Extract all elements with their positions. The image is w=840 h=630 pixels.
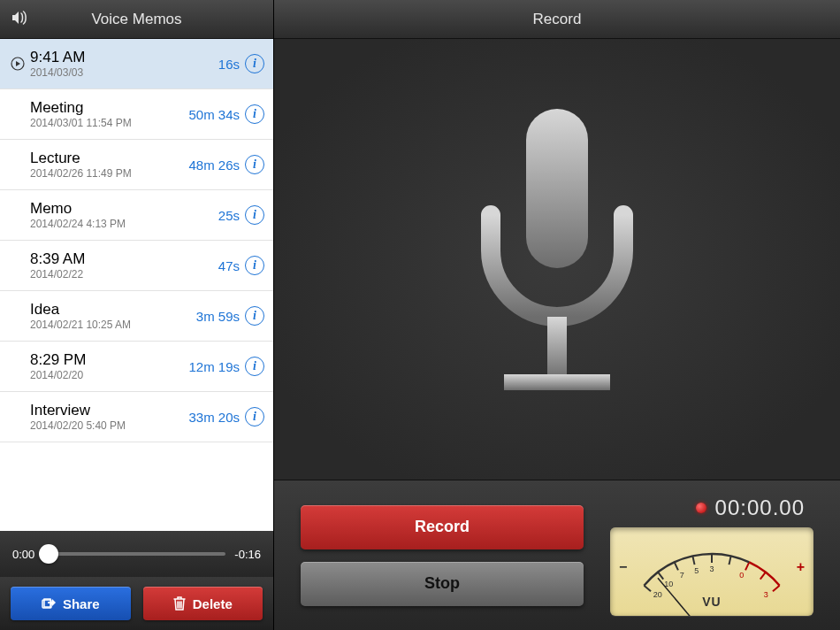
memo-title: 8:29 PM: [30, 351, 188, 369]
vu-label: VU: [702, 595, 721, 609]
svg-line-5: [644, 585, 651, 590]
memo-text: 8:39 AM2014/02/22: [27, 250, 218, 281]
microphone-area: [274, 39, 840, 480]
memo-text: 8:29 PM2014/02/20: [27, 351, 188, 382]
svg-text:20: 20: [653, 589, 662, 598]
info-button[interactable]: i: [245, 306, 264, 326]
memo-title: Memo: [30, 200, 218, 218]
playback-thumb[interactable]: [39, 544, 58, 564]
delete-button[interactable]: Delete: [143, 587, 263, 620]
recording-indicator-icon: [696, 503, 706, 513]
svg-rect-3: [547, 317, 567, 379]
memo-date: 2014/02/22: [30, 268, 218, 280]
svg-text:3: 3: [709, 565, 714, 573]
svg-line-11: [692, 556, 694, 565]
playback-remaining: -0:16: [234, 548, 261, 561]
info-button[interactable]: i: [245, 54, 264, 73]
svg-text:3: 3: [764, 589, 768, 598]
playback-elapsed: 0:00: [12, 548, 34, 561]
memo-row[interactable]: 9:41 AM2014/03/0316si: [0, 39, 273, 89]
memo-title: Idea: [30, 301, 196, 319]
info-button[interactable]: i: [245, 357, 264, 376]
svg-line-9: [675, 562, 678, 570]
memo-text: 9:41 AM2014/03/03: [27, 49, 218, 80]
memo-date: 2014/03/03: [30, 66, 218, 79]
memo-duration: 12m 19s: [188, 359, 240, 374]
svg-line-15: [729, 556, 730, 565]
playback-bar: 0:00 -0:16: [0, 531, 273, 577]
memo-duration: 33m 20s: [188, 410, 240, 425]
playback-slider[interactable]: [43, 552, 225, 556]
info-button[interactable]: i: [245, 104, 264, 124]
svg-rect-2: [526, 109, 588, 268]
memo-row[interactable]: Memo2014/02/24 4:13 PM25si: [0, 190, 273, 241]
share-label: Share: [63, 596, 100, 611]
info-button[interactable]: i: [245, 155, 264, 174]
svg-rect-4: [504, 374, 610, 390]
meter-area: 00:00.00 201075303 − + VU: [610, 496, 813, 616]
memo-duration: 16s: [218, 57, 240, 72]
memo-text: Idea2014/02/21 10:25 AM: [27, 301, 196, 332]
memo-date: 2014/02/20: [30, 369, 188, 381]
sidebar-actions: Share Delete: [0, 577, 273, 630]
memo-date: 2014/02/21 10:25 AM: [30, 319, 196, 331]
memo-date: 2014/02/24 4:13 PM: [30, 218, 218, 230]
memo-title: Interview: [30, 402, 188, 419]
memo-row[interactable]: Interview2014/02/20 5:40 PM33m 20si: [0, 392, 273, 442]
memo-text: Interview2014/02/20 5:40 PM: [27, 402, 188, 433]
memo-text: Meeting2014/03/01 11:54 PM: [27, 99, 188, 130]
control-buttons: Record Stop: [301, 505, 584, 606]
speaker-icon[interactable]: [11, 10, 30, 29]
memo-row[interactable]: Meeting2014/03/01 11:54 PM50m 34si: [0, 89, 273, 140]
microphone-icon: [442, 100, 672, 419]
memo-list[interactable]: 9:41 AM2014/03/0316siMeeting2014/03/01 1…: [0, 39, 273, 531]
trash-icon: [173, 596, 186, 611]
vu-plus: +: [797, 559, 805, 575]
memo-date: 2014/03/01 11:54 PM: [30, 117, 188, 129]
svg-line-19: [773, 585, 780, 590]
play-indicator-icon: [9, 57, 27, 71]
timer: 00:00.00: [715, 496, 805, 520]
memo-duration: 25s: [218, 208, 240, 223]
timer-row: 00:00.00: [696, 496, 813, 520]
record-button[interactable]: Record: [301, 505, 584, 549]
main-header: Record: [274, 0, 840, 39]
memo-title: Lecture: [30, 150, 188, 167]
sidebar: Voice Memos 9:41 AM2014/03/0316siMeeting…: [0, 0, 273, 630]
delete-label: Delete: [193, 596, 233, 611]
memo-duration: 47s: [218, 258, 240, 273]
memo-duration: 48m 26s: [188, 158, 240, 173]
svg-line-18: [760, 572, 766, 579]
memo-date: 2014/02/20 5:40 PM: [30, 419, 188, 432]
sidebar-title: Voice Memos: [91, 11, 181, 28]
memo-row[interactable]: Idea2014/02/21 10:25 AM3m 59si: [0, 291, 273, 342]
memo-title: 8:39 AM: [30, 250, 218, 268]
svg-text:7: 7: [680, 571, 684, 580]
info-button[interactable]: i: [245, 407, 264, 426]
vu-meter: 201075303 − + VU: [610, 527, 813, 616]
svg-text:5: 5: [694, 565, 699, 574]
main-title: Record: [533, 11, 582, 28]
memo-text: Lecture2014/02/26 11:49 PM: [27, 150, 188, 181]
memo-row[interactable]: 8:39 AM2014/02/2247si: [0, 241, 273, 291]
vu-minus: −: [619, 559, 627, 575]
memo-text: Memo2014/02/24 4:13 PM: [27, 200, 218, 231]
info-button[interactable]: i: [245, 256, 264, 275]
share-icon: [42, 597, 56, 610]
svg-line-16: [745, 562, 749, 570]
main-panel: Record Record Stop: [273, 0, 840, 630]
memo-row[interactable]: 8:29 PM2014/02/2012m 19si: [0, 342, 273, 392]
svg-text:0: 0: [739, 571, 744, 580]
memo-row[interactable]: Lecture2014/02/26 11:49 PM48m 26si: [0, 140, 273, 190]
memo-title: Meeting: [30, 99, 188, 117]
stop-button[interactable]: Stop: [301, 562, 584, 606]
memo-duration: 3m 59s: [196, 309, 240, 324]
memo-date: 2014/02/26 11:49 PM: [30, 167, 188, 180]
memo-title: 9:41 AM: [30, 49, 218, 66]
memo-duration: 50m 34s: [188, 107, 240, 122]
share-button[interactable]: Share: [11, 587, 131, 620]
sidebar-header: Voice Memos: [0, 0, 273, 39]
info-button[interactable]: i: [245, 205, 264, 225]
controls-panel: Record Stop 00:00.00 201075303 − + VU: [274, 480, 840, 630]
